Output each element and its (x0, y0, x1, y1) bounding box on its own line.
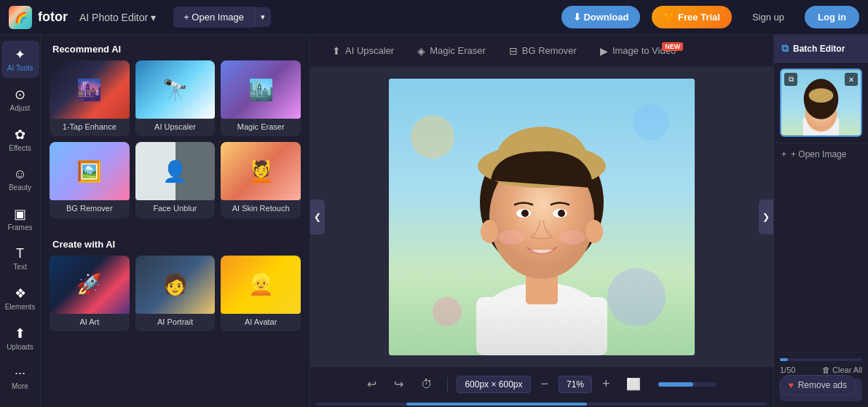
tab-ai-upscaler[interactable]: ⬆ AI Upscaler (322, 39, 404, 63)
tool-card-ai-portrait[interactable]: 🧑 AI Portrait (135, 256, 216, 331)
open-image-side-icon: + (781, 149, 786, 159)
beauty-icon: ☺ (13, 167, 26, 182)
redo-button[interactable]: ↪ (388, 374, 409, 394)
sidebar-item-beauty[interactable]: ☺ Beauty (1, 161, 39, 197)
svg-point-24 (809, 88, 834, 103)
tool-card-ai-avatar[interactable]: 👱 AI Avatar (221, 256, 301, 331)
batch-editor-label: Batch Editor (793, 44, 845, 54)
sidebar-item-label-effects: Effects (9, 144, 31, 152)
open-image-dropdown-button[interactable]: ▾ (254, 7, 271, 27)
tool-thumb-upscaler: 🔭 (135, 60, 216, 119)
tool-thumb-1tap: 🌆 (50, 60, 130, 119)
remove-ads-label: Remove ads (798, 380, 847, 390)
svg-point-15 (558, 210, 565, 217)
tool-card-face-unblur[interactable]: 👤 Face Unblur (135, 142, 216, 218)
tab-magic-eraser[interactable]: ◈ Magic Eraser (407, 39, 496, 63)
adjust-icon: ⊙ (15, 87, 25, 103)
tool-label-1tap: 1-Tap Enhance (50, 119, 130, 136)
zoom-out-button[interactable]: − (537, 375, 553, 393)
svg-point-18 (498, 230, 524, 245)
signup-button[interactable]: Sign up (743, 6, 793, 28)
tool-label-ai1: AI Art (50, 314, 130, 331)
effects-icon: ✿ (15, 127, 25, 143)
center-area: ⬆ AI Upscaler ◈ Magic Eraser ⊟ BG Remove… (310, 35, 773, 407)
canvas-scroll-thumb (406, 403, 587, 406)
open-image-main-button[interactable]: + Open Image (173, 7, 254, 28)
crop-button[interactable]: ⬜ (620, 374, 647, 394)
collapse-left-button[interactable]: ❮ (310, 199, 325, 234)
sidebar-item-label-uploads: Uploads (7, 343, 33, 351)
trash-icon: 🗑 (822, 365, 830, 374)
sidebar-item-more[interactable]: ··· More (1, 360, 39, 396)
tool-card-bg-remover[interactable]: 🖼️ BG Remover (50, 142, 130, 218)
left-panel: Recommend AI 🌆 1-Tap Enhance 🔭 AI Upscal… (41, 35, 310, 407)
svg-point-16 (481, 220, 498, 243)
heart-icon: ♥ (789, 380, 794, 390)
tool-card-magic-eraser[interactable]: 🏙️ Magic Eraser (221, 60, 301, 136)
tool-card-ai-upscaler[interactable]: 🔭 AI Upscaler (135, 60, 216, 136)
sidebar-item-ai-tools[interactable]: ✦ AI Tools (1, 41, 39, 78)
batch-editor-button[interactable]: ⧉ Batch Editor (774, 35, 868, 63)
remove-ads-button[interactable]: ♥ Remove ads (779, 375, 857, 395)
more-icon: ··· (15, 365, 25, 381)
sidebar-item-label-more: More (12, 382, 28, 390)
ai-tools-icon: ✦ (15, 47, 25, 63)
sidebar-item-label-beauty: Beauty (9, 183, 31, 191)
svg-point-1 (411, 115, 454, 159)
tool-label-skin: AI Skin Retouch (221, 200, 301, 218)
svg-point-19 (559, 230, 585, 245)
sidebar-item-effects[interactable]: ✿ Effects (1, 121, 39, 158)
canvas-scroll-track[interactable] (316, 403, 768, 406)
sidebar-item-text[interactable]: T Text (1, 240, 39, 277)
progress-bar-fill (780, 358, 788, 361)
tab-magic-eraser-label: Magic Eraser (430, 45, 486, 56)
canvas-scrollbar-thumb (658, 382, 693, 387)
open-image-side-button[interactable]: + + Open Image (774, 143, 868, 165)
image-thumbnail[interactable]: ⧉ ✕ (780, 68, 862, 137)
login-button[interactable]: Log in (805, 6, 859, 28)
open-image-side-label: + Open Image (791, 149, 846, 159)
zoom-in-button[interactable]: + (598, 375, 615, 393)
tab-bg-remover[interactable]: ⊟ BG Remover (499, 39, 587, 63)
tool-thumb-bg: 🖼️ (50, 142, 130, 200)
sidebar-item-label-adjust: Adjust (10, 104, 31, 112)
sidebar-item-adjust[interactable]: ⊙ Adjust (1, 81, 39, 118)
elements-icon: ❖ (15, 285, 26, 301)
image-to-video-tab-icon: ▶ (600, 45, 608, 57)
progress-bar-container (780, 358, 862, 361)
bg-remover-tab-icon: ⊟ (509, 45, 518, 57)
sidebar-item-frames[interactable]: ▣ Frames (1, 200, 39, 237)
logo-text: fotor (38, 9, 68, 25)
canvas-horizontal-scrollbar[interactable] (310, 401, 773, 407)
panel-spacer (774, 165, 868, 352)
download-button[interactable]: ⬇ Download (561, 6, 641, 28)
sidebar-item-elements[interactable]: ❖ Elements (1, 280, 39, 317)
tool-card-ai-art[interactable]: 🚀 AI Art (50, 256, 130, 331)
tab-image-to-video[interactable]: ▶ Image to Video NEW (590, 39, 686, 63)
toolbar-divider-1 (447, 377, 448, 392)
sidebar-item-uploads[interactable]: ⬆ Uploads (1, 320, 39, 357)
free-trial-button[interactable]: 🧡 Free Trial (652, 6, 731, 28)
sidebar-item-label-elements: Elements (5, 303, 36, 311)
zoom-dimensions-display: 600px × 600px (457, 376, 530, 393)
app-title-chevron: ▾ (151, 12, 156, 23)
open-image-button-group: + Open Image ▾ (173, 7, 271, 28)
thumbnail-layer-icon[interactable]: ⧉ (784, 73, 797, 86)
tool-card-skin-retouch[interactable]: 💆 AI Skin Retouch (221, 142, 301, 218)
history-button[interactable]: ⏱ (415, 375, 438, 394)
svg-point-4 (433, 297, 462, 326)
tool-thumb-magic: 🏙️ (221, 60, 301, 119)
zoom-level-display: 71% (559, 376, 592, 393)
tool-label-face: Face Unblur (135, 200, 216, 218)
app-title[interactable]: AI Photo Editor ▾ (79, 12, 156, 23)
create-tools-grid: 🚀 AI Art 🧑 AI Portrait 👱 AI Avatar (41, 256, 309, 343)
canvas-scrollbar[interactable] (658, 382, 717, 387)
undo-button[interactable]: ↩ (361, 374, 382, 394)
bottom-toolbar: ↩ ↪ ⏱ 600px × 600px − 71% + ⬜ (310, 366, 773, 401)
thumbnail-delete-button[interactable]: ✕ (845, 73, 858, 86)
tool-label-ai3: AI Avatar (221, 314, 301, 331)
clear-all-button[interactable]: 🗑 Clear All (822, 365, 862, 374)
tool-card-1tap-enhance[interactable]: 🌆 1-Tap Enhance (50, 60, 130, 136)
collapse-right-button[interactable]: ❯ (759, 199, 773, 234)
tool-thumb-ai3: 👱 (221, 256, 301, 314)
